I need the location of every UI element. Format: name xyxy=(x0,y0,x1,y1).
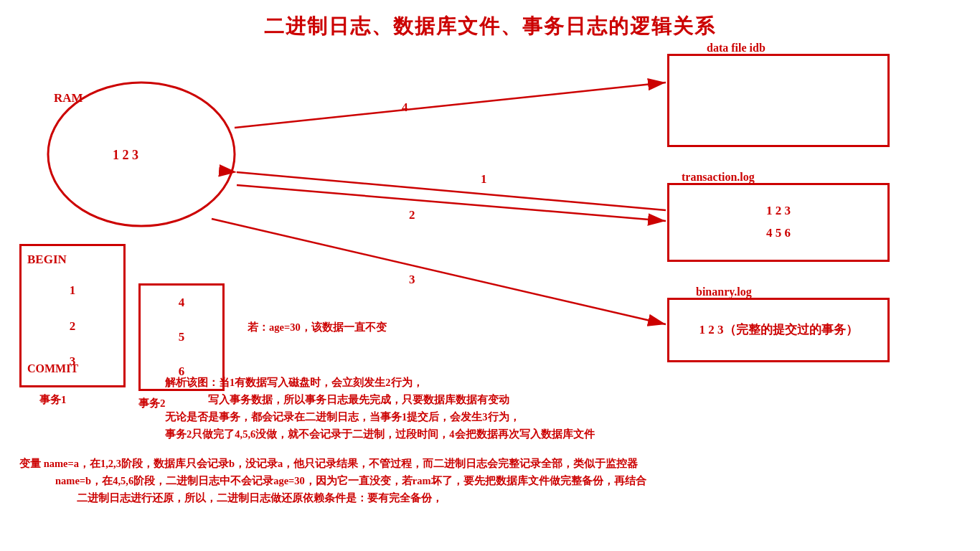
svg-line-11 xyxy=(212,219,666,324)
transaction-label: transaction.log xyxy=(682,171,755,184)
svg-text:2: 2 xyxy=(409,208,415,222)
tx2-label: 事务2 xyxy=(138,397,166,410)
binary-text: 1 2 3（完整的提交过的事务） xyxy=(699,319,858,342)
bottom-line1: 变量 name=a，在1,2,3阶段，数据库只会记录b，没记录a，他只记录结果，… xyxy=(19,456,646,473)
transaction-line2: 4 5 6 xyxy=(766,222,791,245)
svg-line-5 xyxy=(235,83,666,128)
transaction-line1: 1 2 3 xyxy=(766,200,791,222)
desc-bottom: 变量 name=a，在1,2,3阶段，数据库只会记录b，没记录a，他只记录结果，… xyxy=(19,456,646,507)
parse-line1: 解析该图：当1有数据写入磁盘时，会立刻发生2行为， xyxy=(165,375,595,392)
svg-text:1: 1 xyxy=(481,172,487,186)
tx1-box: BEGIN 1 2 3 COMMIT xyxy=(19,244,126,387)
datafile-label: data file idb xyxy=(707,42,765,55)
tx1-label: 事务1 xyxy=(39,393,67,407)
parse-line3: 无论是否是事务，都会记录在二进制日志，当事务1提交后，会发生3行为， xyxy=(165,409,595,426)
tx2-content: 4 5 6 xyxy=(141,286,222,389)
svg-text:1  2  3: 1 2 3 xyxy=(113,148,138,162)
bottom-line3: 二进制日志进行还原，所以，二进制日志做还原依赖条件是：要有完全备份， xyxy=(19,490,646,507)
datafile-content xyxy=(669,56,887,145)
svg-line-9 xyxy=(237,185,666,221)
binary-label: binanry.log xyxy=(696,286,752,298)
tx2-num5: 5 xyxy=(179,326,185,349)
svg-line-7 xyxy=(237,172,666,210)
tx1-num2: 2 xyxy=(70,316,76,338)
desc-parse: 解析该图：当1有数据写入磁盘时，会立刻发生2行为， 写入事务数据，所以事务日志最… xyxy=(165,375,595,443)
datafile-box xyxy=(667,54,890,147)
svg-text:3: 3 xyxy=(409,273,415,286)
tx1-begin: BEGIN xyxy=(27,249,67,271)
bottom-line2: name=b，在4,5,6阶段，二进制日志中不会记录age=30，因为它一直没变… xyxy=(19,473,646,490)
svg-text:4: 4 xyxy=(402,100,408,114)
parse-line2: 写入事务数据，所以事务日志最先完成，只要数据库数据有变动 xyxy=(165,392,595,409)
transaction-box: 1 2 3 4 5 6 xyxy=(667,183,890,262)
binary-content: 1 2 3（完整的提交过的事务） xyxy=(669,300,887,360)
desc-age: 若：age=30，该数据一直不变 xyxy=(248,319,387,336)
svg-text:RAM: RAM xyxy=(54,91,83,105)
page-title: 二进制日志、数据库文件、事务日志的逻辑关系 xyxy=(0,0,980,40)
tx2-num4: 4 xyxy=(179,292,185,314)
tx1-commit: COMMIT xyxy=(27,359,78,380)
binary-box: 1 2 3（完整的提交过的事务） xyxy=(667,298,890,362)
parse-line4: 事务2只做完了4,5,6没做，就不会记录于二进制，过段时间，4会把数据再次写入数… xyxy=(165,426,595,443)
svg-point-2 xyxy=(48,83,235,226)
tx1-content: BEGIN 1 2 3 COMMIT xyxy=(22,246,123,385)
tx1-num1: 1 xyxy=(70,280,76,302)
transaction-content: 1 2 3 4 5 6 xyxy=(669,185,887,260)
